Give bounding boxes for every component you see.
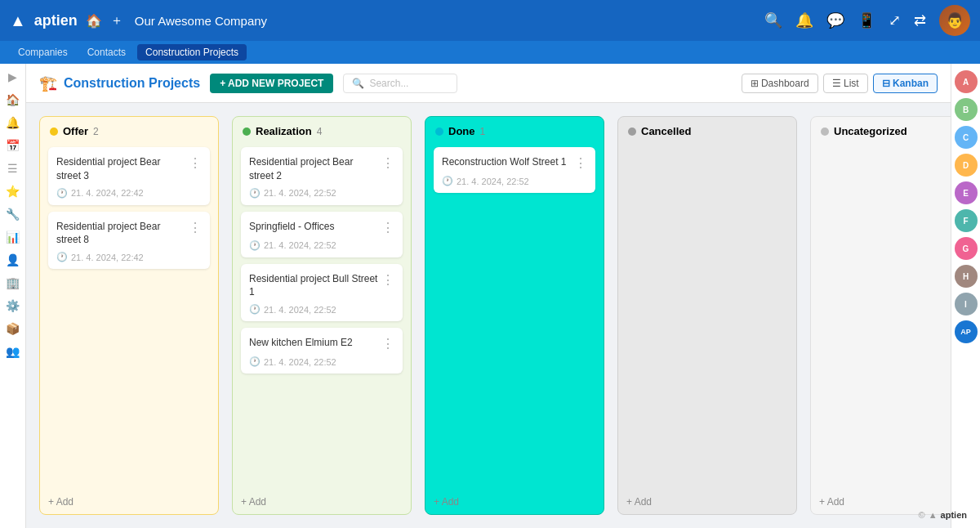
clock-icon-bear2: 🕐 [249,188,261,199]
card-time-wolf: 🕐 21. 4. 2024, 22:52 [442,176,587,186]
card-timestamp-wolf: 21. 4. 2024, 22:52 [457,177,529,186]
logo-text: aptien [34,12,78,29]
card-title-bear3: Residential project Bear street 3 [56,155,185,183]
card-springfield[interactable]: Springfield - Offices ⋮ 🕐 21. 4. 2024, 2… [241,212,403,257]
card-title-bull1: Residential project Bull Street 1 [249,272,378,300]
card-menu-wolf[interactable]: ⋮ [571,155,587,171]
card-bear2[interactable]: Residential project Bear street 2 ⋮ 🕐 21… [241,147,403,205]
column-realization: Realization 4 Residential project Bear s… [232,116,412,515]
footer-logo: aptien [941,510,967,520]
card-header-bear2: Residential project Bear street 2 ⋮ [249,155,394,183]
search-icon[interactable]: 🔍 [764,11,782,29]
add-nav-icon[interactable]: ＋ [110,12,123,29]
sidebar-tool-icon[interactable]: 🔧 [6,208,20,221]
right-avatar-8[interactable]: H [955,265,978,288]
card-kitchen[interactable]: New kitchen Elmium E2 ⋮ 🕐 21. 4. 2024, 2… [241,328,403,374]
footer-tree-icon: ▲ [929,510,938,520]
card-time-bull1: 🕐 21. 4. 2024, 22:52 [249,304,394,315]
search-icon: 🔍 [352,78,364,89]
chat-icon[interactable]: 💬 [826,11,844,29]
card-time-springfield: 🕐 21. 4. 2024, 22:52 [249,240,394,251]
col-header-uncategorized: Uncategorized [811,117,951,144]
column-uncategorized: Uncategorized + Add [810,116,951,515]
sidebar-home-icon[interactable]: 🏠 [6,93,20,106]
search-box[interactable]: 🔍 Search... [343,74,457,93]
add-card-realization[interactable]: + Add [233,490,411,514]
clock-icon: 🕐 [56,188,68,199]
card-menu-bear2[interactable]: ⋮ [378,155,394,171]
page-building-icon: 🏗️ [39,74,57,92]
card-time-bear8: 🕐 21. 4. 2024, 22:42 [56,252,202,262]
card-menu-kitchen[interactable]: ⋮ [378,336,394,351]
card-bear8[interactable]: Residential project Bear street 8 ⋮ 🕐 21… [48,212,210,270]
kanban-board: Offer 2 Residential project Bear street … [26,103,951,528]
footer: © ▲ aptien [919,510,967,520]
col-count-offer: 2 [93,126,99,137]
sidebar-bell-icon[interactable]: 🔔 [6,116,20,129]
sidebar-chart-icon[interactable]: 📊 [6,230,20,244]
card-menu-bull1[interactable]: ⋮ [378,272,394,288]
right-avatar-4[interactable]: D [955,154,978,177]
right-avatar-6[interactable]: F [955,209,978,232]
sidebar-forward-icon[interactable]: ▶ [8,70,17,83]
home-nav-icon[interactable]: 🏠 [86,13,102,29]
card-bear3[interactable]: Residential project Bear street 3 ⋮ 🕐 21… [48,147,210,205]
user-avatar[interactable]: 👨 [939,5,970,36]
clock-icon-wolf: 🕐 [442,176,453,186]
card-header-wolf: Reconstruction Wolf Street 1 ⋮ [442,155,587,171]
sidebar-gear-icon[interactable]: ⚙️ [6,299,20,312]
col-cards-offer: Residential project Bear street 3 ⋮ 🕐 21… [40,144,218,490]
sidebar-building-icon[interactable]: 🏢 [6,276,20,289]
right-avatar-1[interactable]: A [955,70,978,93]
right-avatar-ap[interactable]: AP [955,320,978,343]
sidebar-person-icon[interactable]: 👤 [6,253,20,266]
tab-contacts[interactable]: Contacts [79,44,134,60]
page-title-area: 🏗️ Construction Projects [39,74,200,92]
sidebar-cal-icon[interactable]: 📅 [6,139,20,152]
right-avatar-9[interactable]: I [955,293,978,315]
add-card-offer[interactable]: + Add [40,490,218,514]
card-bull1[interactable]: Residential project Bull Street 1 ⋮ 🕐 21… [241,264,403,322]
sidebar-box-icon[interactable]: 📦 [6,322,20,335]
tab-companies[interactable]: Companies [10,44,76,60]
tab-construction-projects[interactable]: Construction Projects [137,44,247,60]
card-menu-bear3[interactable]: ⋮ [185,155,202,171]
mobile-icon[interactable]: 📱 [858,11,875,29]
expand-icon[interactable]: ⤢ [889,11,901,29]
card-wolf[interactable]: Reconstruction Wolf Street 1 ⋮ 🕐 21. 4. … [434,147,595,193]
add-project-button[interactable]: + ADD NEW PROJECT [210,74,333,93]
sidebar-list-icon[interactable]: ☰ [7,162,18,175]
card-timestamp-bull1: 21. 4. 2024, 22:52 [264,305,336,315]
card-title-wolf: Reconstruction Wolf Street 1 [442,155,571,169]
right-avatar-5[interactable]: E [955,181,978,204]
right-avatar-2[interactable]: B [955,98,978,121]
dashboard-view-button[interactable]: ⊞ Dashboard [742,74,818,93]
col-header-cancelled: Cancelled [618,117,796,144]
top-nav: ▲ aptien 🏠 ＋ Our Awesome Company 🔍 🔔 💬 📱… [0,0,980,41]
card-timestamp-springfield: 21. 4. 2024, 22:52 [264,240,336,250]
col-dot-uncategorized [821,128,829,136]
page-header: 🏗️ Construction Projects + ADD NEW PROJE… [26,64,951,103]
page-title: Construction Projects [64,76,200,91]
add-card-cancelled[interactable]: + Add [618,490,796,514]
card-time-kitchen: 🕐 21. 4. 2024, 22:52 [249,356,394,367]
card-time-bear2: 🕐 21. 4. 2024, 22:52 [249,188,394,199]
card-title-kitchen: New kitchen Elmium E2 [249,336,378,350]
sidebar-group-icon[interactable]: 👥 [6,345,20,358]
kanban-view-button[interactable]: ⊟ Kanban [873,74,938,93]
arrows-icon[interactable]: ⇄ [914,11,926,29]
card-menu-springfield[interactable]: ⋮ [378,220,394,235]
list-view-button[interactable]: ☰ List [823,74,868,93]
col-cards-cancelled [618,144,796,490]
card-title-bear2: Residential project Bear street 2 [249,155,378,183]
bell-icon[interactable]: 🔔 [795,11,813,29]
card-menu-bear8[interactable]: ⋮ [185,220,202,235]
sidebar-star-icon[interactable]: ⭐ [6,185,20,198]
card-timestamp-bear8: 21. 4. 2024, 22:42 [71,253,144,262]
right-avatar-7[interactable]: G [955,237,978,260]
right-avatar-3[interactable]: C [955,126,978,149]
col-header-done: Done 1 [425,117,604,144]
card-timestamp-bear3: 21. 4. 2024, 22:42 [71,188,144,198]
add-card-done[interactable]: + Add [425,490,604,514]
col-title-done: Done [448,125,475,137]
